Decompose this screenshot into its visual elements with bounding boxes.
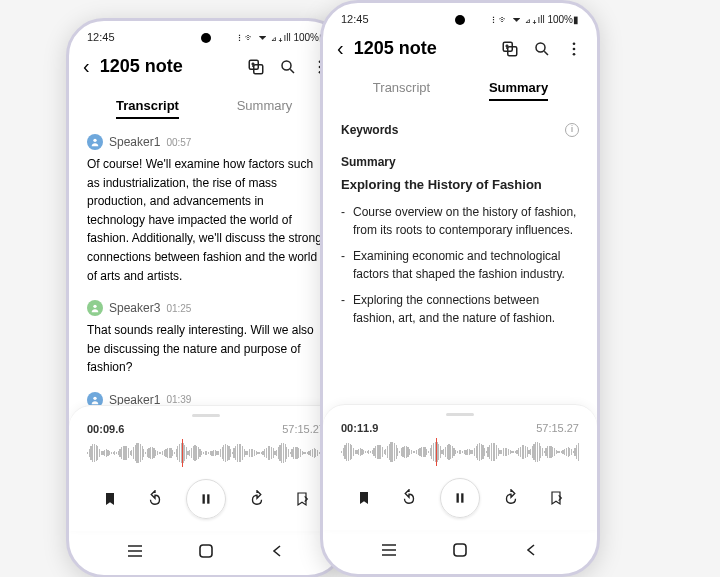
speaker-avatar-icon <box>87 392 103 405</box>
forward-button[interactable] <box>497 484 525 512</box>
summary-bullet: Exploring the connections between fashio… <box>341 291 579 327</box>
page-title: 1205 note <box>354 38 491 59</box>
audio-player: 00:09.6 57:15.27 <box>69 405 343 531</box>
camera-notch <box>201 33 211 43</box>
entry-text: Of course! We'll examine how factors suc… <box>87 155 325 285</box>
status-indicators: ⋮ ᯤ ⏷ ⊿ ₊ıll 100%▮ <box>491 14 579 25</box>
system-navbar <box>69 531 343 575</box>
recents-button[interactable] <box>125 541 145 561</box>
waveform[interactable] <box>87 441 325 465</box>
entry-timestamp: 00:57 <box>166 135 191 150</box>
entry-text: That sounds really interesting. Will we … <box>87 321 325 377</box>
tab-summary[interactable]: Summary <box>206 90 323 121</box>
phone-summary-view: 12:45 ⋮ ᯤ ⏷ ⊿ ₊ıll 100%▮ ‹ 1205 note Tra… <box>320 0 600 577</box>
back-nav-button[interactable] <box>267 541 287 561</box>
back-button[interactable]: ‹ <box>83 55 90 78</box>
bookmark-button[interactable] <box>350 484 378 512</box>
search-icon[interactable] <box>279 58 297 76</box>
search-icon[interactable] <box>533 40 551 58</box>
transcript-entry: Speaker1 01:39 Absolutely! The nature of… <box>87 391 325 405</box>
svg-rect-23 <box>456 493 458 502</box>
rewind-button[interactable] <box>141 485 169 513</box>
status-time: 12:45 <box>87 31 115 43</box>
entry-timestamp: 01:39 <box>166 392 191 405</box>
back-button[interactable]: ‹ <box>337 37 344 60</box>
app-header: ‹ 1205 note <box>69 47 343 86</box>
summary-bullet: Examining economic and technological fac… <box>341 247 579 283</box>
pause-button[interactable] <box>186 479 226 519</box>
system-navbar <box>323 530 597 574</box>
forward-button[interactable] <box>243 485 271 513</box>
rewind-button[interactable] <box>395 484 423 512</box>
waveform[interactable] <box>341 440 579 464</box>
speaker-avatar-icon <box>87 134 103 150</box>
summary-section-label: Summary <box>341 153 579 171</box>
tab-transcript[interactable]: Transcript <box>343 72 460 103</box>
transcript-content: Speaker1 00:57 Of course! We'll examine … <box>69 121 343 405</box>
tab-bar: Transcript Summary <box>69 86 343 121</box>
speaker-name: Speaker1 <box>109 391 160 405</box>
skip-bookmark-button[interactable] <box>542 484 570 512</box>
status-indicators: ⋮ ᯤ ⏷ ⊿ ₊ıll 100%▮ <box>237 32 325 43</box>
tab-summary[interactable]: Summary <box>460 72 577 103</box>
svg-rect-10 <box>202 494 204 503</box>
duration-time: 57:15.27 <box>536 422 579 434</box>
home-button[interactable] <box>450 540 470 560</box>
more-icon[interactable] <box>565 40 583 58</box>
speaker-name: Speaker1 <box>109 133 160 151</box>
duration-time: 57:15.27 <box>282 423 325 435</box>
svg-point-8 <box>93 305 96 308</box>
speaker-avatar-icon <box>87 300 103 316</box>
svg-point-7 <box>93 139 96 142</box>
keywords-label: Keywords <box>341 121 398 139</box>
svg-point-18 <box>536 43 545 52</box>
transcript-entry: Speaker3 01:25 That sounds really intere… <box>87 299 325 377</box>
translate-icon[interactable] <box>501 40 519 58</box>
app-header: ‹ 1205 note <box>323 29 597 68</box>
svg-point-21 <box>573 47 576 50</box>
playhead[interactable] <box>436 438 437 466</box>
skip-bookmark-button[interactable] <box>288 485 316 513</box>
svg-point-2 <box>282 61 291 70</box>
back-nav-button[interactable] <box>521 540 541 560</box>
svg-rect-28 <box>454 544 466 556</box>
svg-line-3 <box>290 69 294 73</box>
summary-title: Exploring the History of Fashion <box>341 175 579 195</box>
svg-point-22 <box>573 52 576 55</box>
svg-rect-15 <box>200 545 212 557</box>
audio-player: 00:11.9 57:15.27 <box>323 404 597 530</box>
summary-bullet: Course overview on the history of fashio… <box>341 203 579 239</box>
current-time: 00:11.9 <box>341 422 378 434</box>
speaker-name: Speaker3 <box>109 299 160 317</box>
drag-handle[interactable] <box>446 413 474 416</box>
svg-rect-24 <box>461 493 463 502</box>
phone-transcript-view: 12:45 ⋮ ᯤ ⏷ ⊿ ₊ıll 100%▮ ‹ 1205 note Tra… <box>66 18 346 577</box>
status-time: 12:45 <box>341 13 369 25</box>
tab-transcript[interactable]: Transcript <box>89 90 206 121</box>
svg-line-19 <box>544 51 548 55</box>
camera-notch <box>455 15 465 25</box>
svg-rect-11 <box>207 494 209 503</box>
summary-content: Keywords i Summary Exploring the History… <box>323 103 597 404</box>
svg-point-9 <box>93 397 96 400</box>
bookmark-button[interactable] <box>96 485 124 513</box>
page-title: 1205 note <box>100 56 237 77</box>
playhead[interactable] <box>182 439 183 467</box>
pause-button[interactable] <box>440 478 480 518</box>
entry-timestamp: 01:25 <box>166 301 191 316</box>
recents-button[interactable] <box>379 540 399 560</box>
tab-bar: Transcript Summary <box>323 68 597 103</box>
info-icon[interactable]: i <box>565 123 579 137</box>
current-time: 00:09.6 <box>87 423 124 435</box>
translate-icon[interactable] <box>247 58 265 76</box>
svg-point-20 <box>573 42 576 45</box>
transcript-entry: Speaker1 00:57 Of course! We'll examine … <box>87 133 325 285</box>
home-button[interactable] <box>196 541 216 561</box>
drag-handle[interactable] <box>192 414 220 417</box>
